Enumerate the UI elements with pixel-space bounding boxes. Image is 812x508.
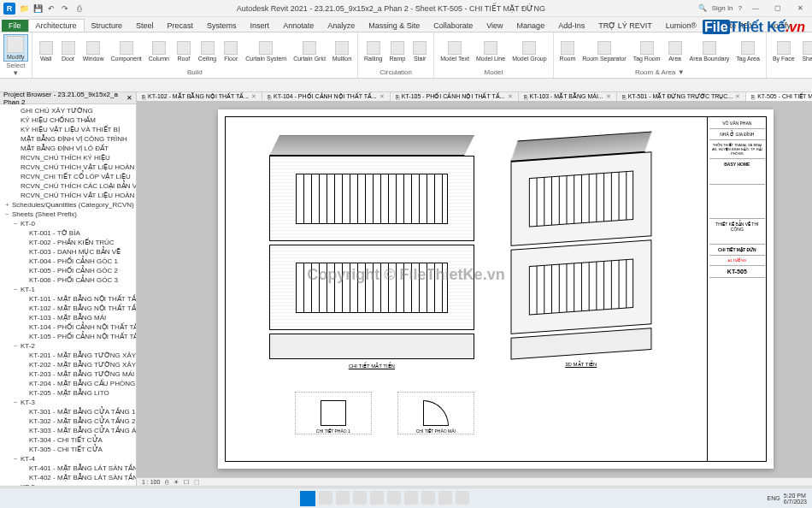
tree-node[interactable]: KT-401 - MẶT BẰNG LÁT SÀN TẦNG [2,464,134,473]
tree-node[interactable]: KT-004 - PHỐI CẢNH GÓC 1 [2,257,134,266]
tree-node[interactable]: −KT-4 [2,454,134,464]
qat-save-icon[interactable]: 💾 [32,3,43,14]
tree-node[interactable]: KT-001 - TỜ BÌA [2,228,134,238]
tray-lang[interactable]: ENG [768,495,780,501]
wall-button[interactable]: Wall [36,40,56,62]
curtain-system-button[interactable]: Curtain System [243,40,289,62]
document-tab[interactable]: ⎘KT-104 - PHỐI CẢNH NỘI THẤT TẦ...✕ [262,92,391,101]
tree-node[interactable]: RCVN_CHÚ THÍCH VẬT LIỆU HOÀN THIỆN [2,191,134,200]
ribbon-tab-addins[interactable]: Add-Ins [551,20,591,32]
tree-node[interactable]: KT-204 - MẶT BẰNG CẤU PHÒNG [2,379,134,388]
door-button[interactable]: Door [58,40,79,62]
tree-node[interactable]: KT-003 - DANH MỤC BẢN VẼ [2,247,134,257]
curtain-grid-button[interactable]: Curtain Grid [291,40,328,62]
maximize-button[interactable]: ▢ [769,3,786,15]
taskbar-app-icon[interactable] [456,491,469,505]
minimize-button[interactable]: — [747,3,764,15]
model-line-button[interactable]: Model Line [474,40,508,62]
tree-node[interactable]: RCVN_CHÚ THÍCH KÝ HIỆU [2,153,134,162]
taskbar-app-icon[interactable] [336,491,350,505]
tree-node[interactable]: KT-202 - MẶT BẰNG TƯỜNG XÂY TẦN [2,360,134,369]
start-button[interactable] [300,491,315,506]
tree-node[interactable]: −KT-2 [2,341,134,351]
ribbon-tab-lumion[interactable]: Lumion® [659,20,703,32]
model-group-button[interactable]: Model Group [509,40,549,62]
taskbar-app-icon[interactable] [387,491,401,505]
window-button[interactable]: Window [80,40,107,62]
area-button[interactable]: Area [665,40,685,62]
tag-room-button[interactable]: Tag Room [631,40,663,62]
tree-node[interactable]: KT-302 - MẶT BẰNG CỬA TẦNG 2 [2,416,134,426]
tree-node[interactable]: RCVN_CHI TIẾT CỔ LÓP VẬT LIỆU [2,172,134,181]
ramp-button[interactable]: Ramp [386,40,408,62]
model-text-button[interactable]: Model Text [438,40,472,62]
tree-node[interactable]: KT-305 - CHI TIẾT CỬA [2,445,134,454]
document-tab[interactable]: ⎘KT-102 - MẶT BẰNG NỘI THẤT TẦ...✕ [137,92,262,101]
stair-button[interactable]: Stair [409,40,430,62]
tree-node[interactable]: −KT-1 [2,285,134,294]
area-boundary-button[interactable]: Area Boundary [687,40,733,62]
ribbon-tab-collaborate[interactable]: Collaborate [427,20,480,32]
tree-node[interactable]: KT-201 - MẶT BẰNG TƯỜNG XÂY TẦN [2,351,134,360]
ribbon-tab-trlrevit[interactable]: TRỢ LÝ REVIT [591,20,659,32]
vc-icon[interactable]: ⎙ [165,479,168,485]
taskbar-app-icon[interactable] [404,491,418,505]
tree-node[interactable]: MẶT BẰNG ĐỊNH VỊ LÔ ĐẤT [2,144,134,153]
roof-button[interactable]: Roof [174,40,194,62]
sign-in-link[interactable]: Sign In [712,4,733,12]
vc-icon[interactable]: ☐ [184,479,189,486]
vc-icon[interactable]: ⬚ [194,479,200,486]
room-separator-button[interactable]: Room Separator [580,40,628,62]
document-tab[interactable]: ⎘KT-501 - MẶT ĐỨNG TRƯỚC TRỤC...✕ [617,92,747,101]
ribbon-tab-structure[interactable]: Structure [85,20,130,32]
qat-open-icon[interactable]: 📁 [19,3,29,14]
ribbon-tab-massingsite[interactable]: Massing & Site [362,20,427,32]
drawing-canvas[interactable]: CHI TIẾT MẶT TIỀN 3D MẶT TIỀN CHI TIẾT P… [137,101,812,477]
ribbon-tab-view[interactable]: View [480,20,509,32]
tree-node[interactable]: KT-102 - MẶT BẰNG NỘI THẤT TẦNG [2,304,134,313]
ribbon-tab-systems[interactable]: Systems [200,20,244,32]
tree-node[interactable]: KT-005 - PHỐI CẢNH GÓC 2 [2,266,134,275]
ribbon-tab-manage[interactable]: Manage [510,20,552,32]
component-button[interactable]: Component [109,40,144,62]
document-tab[interactable]: ⎘KT-105 - PHỐI CẢNH NỘI THẤT TẦ...✕ [391,92,519,101]
search-icon[interactable]: 🔍 [698,4,707,12]
taskbar-app-icon[interactable] [319,491,332,505]
tree-node[interactable]: KT-101 - MẶT BẰNG NỘI THẤT TẦNG [2,294,134,304]
qat-undo-icon[interactable]: ↶ [46,3,56,14]
tree-node[interactable]: KT-402 - MẶT BẰNG LÁT SÀN TẦNG 2 [2,473,134,482]
railing-button[interactable]: Railing [362,40,385,62]
ribbon-tab-precast[interactable]: Precast [161,20,201,32]
document-tab[interactable]: ⎘KT-103 - MẶT BẰNG MÁI...✕ [519,92,617,101]
tree-node[interactable]: +Schedules/Quantities (Category_RCVN) [2,200,134,210]
room-button[interactable]: Room [557,40,579,62]
close-icon[interactable]: ✕ [127,94,132,102]
tree-node[interactable]: −KT-0 [2,219,134,228]
ribbon-tab-architecture[interactable]: Architecture [28,19,85,32]
ribbon-tab-annotate[interactable]: Annotate [276,20,321,32]
tree-node[interactable]: KT-006 - PHỐI CẢNH GÓC 3 [2,275,134,285]
tree-node[interactable]: KT-303 - MẶT BẰNG CỬA TẦNG ÁP M [2,426,134,435]
vc-icon[interactable]: ☀ [174,479,179,486]
close-button[interactable]: ✕ [791,3,809,15]
tree-node[interactable]: RCVN_CHÚ THÍCH CÁC LOẠI BẢN VẼ [2,181,134,191]
tree-node[interactable]: KÝ HIỆU CHỐNG THẤM [2,115,134,125]
document-tab[interactable]: ⎘KT-505 - CHI TIẾT MẶT ĐỨNG✕ [746,92,812,101]
tree-node[interactable]: KT-304 - CHI TIẾT CỬA [2,435,134,445]
tree-node[interactable]: −Sheets (Sheet Prefix) [2,210,134,219]
tag-area-button[interactable]: Tag Area [733,40,762,62]
mullion-button[interactable]: Mullion [330,40,354,62]
taskbar-app-icon[interactable] [421,491,435,505]
tree-node[interactable]: KT-205 - MẶT BẰNG LITO [2,388,134,398]
floor-button[interactable]: Floor [221,40,241,62]
scale-label[interactable]: 1 : 100 [142,479,160,485]
taskbar-app-icon[interactable] [370,491,384,505]
tree-node[interactable]: RCVN_CHÚ THÍCH VẬT LIỆU HOÀN THIỆN [2,162,134,172]
tree-node[interactable]: −KT-5 [2,482,134,486]
shaft-button[interactable]: Shaft [799,40,812,62]
tree-node[interactable]: KT-105 - PHỐI CẢNH NỘI THẤT TẦ [2,332,134,341]
ribbon-tab-analyze[interactable]: Analyze [321,20,362,32]
column-button[interactable]: Column [146,40,172,62]
ribbon-tab-insert[interactable]: Insert [244,20,277,32]
taskbar-app-icon[interactable] [438,491,452,505]
